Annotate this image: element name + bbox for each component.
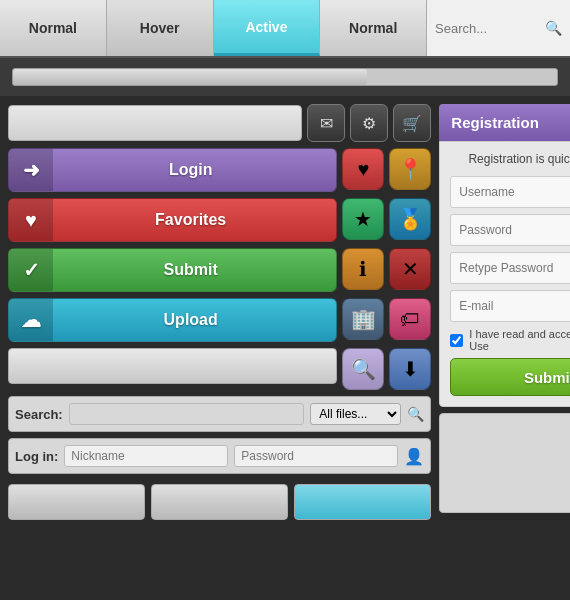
favorites-button[interactable]: ♥ Favorites — [8, 198, 337, 242]
info-icon: ℹ — [359, 257, 367, 281]
pin-button[interactable]: 📍 — [389, 148, 431, 190]
heart-red-button[interactable]: ♥ — [342, 148, 384, 190]
login-label: Login — [53, 161, 336, 179]
tab-normal1[interactable]: Normal — [0, 0, 107, 56]
search-input[interactable] — [69, 403, 305, 425]
mail-button[interactable]: ✉ — [307, 104, 345, 142]
terms-label: I have read and accept the Terms of Use — [469, 328, 570, 352]
top-text-input[interactable] — [8, 105, 302, 141]
search-filter-select[interactable]: All files... Images Documents Videos — [310, 403, 401, 425]
badge-button[interactable]: 🏅 — [389, 198, 431, 240]
search-label: Search: — [15, 407, 63, 422]
search-purple-button[interactable]: 🔍 — [342, 348, 384, 390]
close-button[interactable]: ✕ — [389, 248, 431, 290]
nav-search-area: 🔍 — [427, 0, 570, 56]
cloud-down-icon: ⬇ — [402, 357, 419, 381]
search-icon[interactable]: 🔍 — [545, 20, 562, 36]
search-go-icon[interactable]: 🔍 — [407, 406, 424, 422]
registration-panel: Registration Registration is quick and e… — [439, 104, 570, 407]
cart-button[interactable]: 🛒 — [393, 104, 431, 142]
reg-username-input[interactable] — [450, 176, 570, 208]
reg-submit-label: Submit — [524, 369, 570, 386]
upload-label: Upload — [53, 311, 336, 329]
cart-icon: 🛒 — [402, 114, 422, 133]
progress-bar-inner — [13, 69, 367, 85]
user-icon: 👤 — [404, 447, 424, 466]
favorites-heart-icon: ♥ — [9, 198, 53, 242]
reg-email-input[interactable] — [450, 290, 570, 322]
registration-title: Registration — [451, 114, 539, 131]
heart-icon: ♥ — [357, 158, 369, 181]
upload-row-area: ☁ Upload 🏢 🏷 — [8, 298, 431, 342]
tag-icon: 🏷 — [400, 308, 420, 331]
registration-body: Registration is quick and easy. I have r… — [439, 141, 570, 407]
tab-normal2[interactable]: Normal — [320, 0, 427, 56]
badge-icon: 🏅 — [398, 207, 423, 231]
upload-cloud-icon: ☁ — [9, 298, 53, 342]
slim-bar — [8, 348, 337, 384]
terms-checkbox[interactable] — [450, 334, 463, 347]
left-panel: ✉ ⚙ 🛒 ➜ Login ♥ 📍 ♥ — [8, 104, 431, 520]
login-bar-row: Log in: 👤 — [8, 438, 431, 474]
magnify-icon: 🔍 — [351, 357, 376, 381]
login-bar-label: Log in: — [15, 449, 58, 464]
favorites-row-area: ♥ Favorites ★ 🏅 — [8, 198, 431, 242]
login-row-area: ➜ Login ♥ 📍 — [8, 148, 431, 192]
password-input[interactable] — [234, 445, 398, 467]
star-icon: ★ — [354, 207, 372, 231]
building-icon: 🏢 — [351, 307, 376, 331]
progress-bar-outer — [12, 68, 558, 86]
bottom-buttons-row — [8, 484, 431, 520]
tag-button[interactable]: 🏷 — [389, 298, 431, 340]
progress-section — [0, 58, 570, 96]
nickname-input[interactable] — [64, 445, 228, 467]
bottom-gray-btn1[interactable] — [8, 484, 145, 520]
registration-subtitle: Registration is quick and easy. — [450, 152, 570, 166]
submit-check-icon: ✓ — [9, 248, 53, 292]
gear-button[interactable]: ⚙ — [350, 104, 388, 142]
cloud-button[interactable]: ⬇ — [389, 348, 431, 390]
upload-button[interactable]: ☁ Upload — [8, 298, 337, 342]
tab-active[interactable]: Active — [214, 0, 321, 56]
top-nav: Normal Hover Active Normal 🔍 — [0, 0, 570, 58]
reg-submit-button[interactable]: Submit — [450, 358, 570, 396]
registration-header: Registration — [439, 104, 570, 141]
bottom-cyan-btn[interactable] — [294, 484, 431, 520]
tab-hover[interactable]: Hover — [107, 0, 214, 56]
login-arrow-icon: ➜ — [9, 148, 53, 192]
right-panel: Registration Registration is quick and e… — [439, 104, 570, 520]
main-content: ✉ ⚙ 🛒 ➜ Login ♥ 📍 ♥ — [0, 96, 570, 528]
slim-bar-row: 🔍 ⬇ — [8, 348, 431, 390]
registration-bottom-box — [439, 413, 570, 513]
submit-button[interactable]: ✓ Submit — [8, 248, 337, 292]
info-button[interactable]: ℹ — [342, 248, 384, 290]
reg-password-input[interactable] — [450, 214, 570, 246]
star-button[interactable]: ★ — [342, 198, 384, 240]
bottom-gray-btn2[interactable] — [151, 484, 288, 520]
close-icon: ✕ — [402, 257, 419, 281]
login-button[interactable]: ➜ Login — [8, 148, 337, 192]
gear-icon: ⚙ — [362, 114, 376, 133]
mail-icon: ✉ — [320, 114, 333, 133]
nav-search-input[interactable] — [435, 21, 545, 36]
submit-row-area: ✓ Submit ℹ ✕ — [8, 248, 431, 292]
terms-row: I have read and accept the Terms of Use — [450, 328, 570, 352]
pin-icon: 📍 — [398, 157, 423, 181]
input-icon-row: ✉ ⚙ 🛒 — [8, 104, 431, 142]
search-row: Search: All files... Images Documents Vi… — [8, 396, 431, 432]
favorites-label: Favorites — [53, 211, 336, 229]
building-button[interactable]: 🏢 — [342, 298, 384, 340]
submit-label: Submit — [53, 261, 336, 279]
reg-retype-input[interactable] — [450, 252, 570, 284]
